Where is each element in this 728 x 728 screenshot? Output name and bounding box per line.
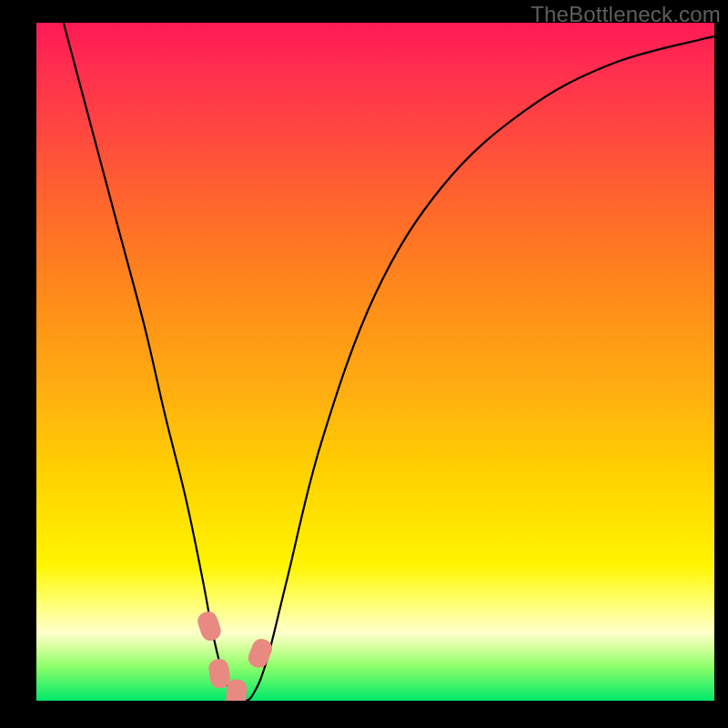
curve-markers [196, 609, 275, 701]
curve-marker [196, 609, 224, 642]
plot-area [36, 23, 714, 701]
chart-frame: TheBottleneck.com [0, 0, 728, 728]
curve-marker [246, 636, 275, 671]
curve-svg [36, 23, 714, 701]
bottleneck-curve-line [64, 23, 714, 701]
curve-path [64, 23, 714, 701]
